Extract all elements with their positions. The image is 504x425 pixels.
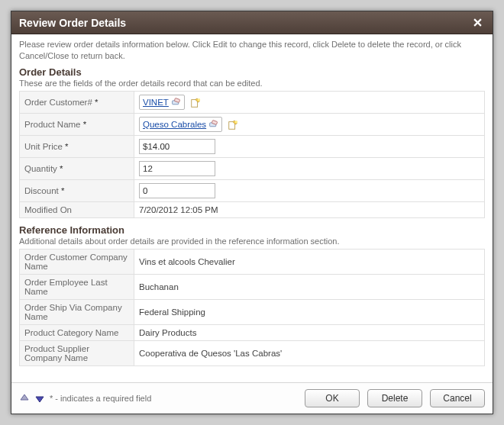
required-star: * bbox=[65, 142, 68, 151]
required-star: * bbox=[95, 98, 98, 107]
close-icon[interactable] bbox=[470, 16, 485, 29]
order-details-table: Order Customer# * VINET bbox=[19, 91, 485, 218]
section-order-details-desc: These are the fields of the order detail… bbox=[19, 79, 485, 88]
svg-point-7 bbox=[235, 121, 238, 124]
row-order-customer: Order Customer# * VINET bbox=[20, 91, 485, 113]
label-modified-on: Modified On bbox=[20, 201, 134, 217]
label-cust-company: Order Customer Company Name bbox=[20, 249, 134, 274]
row-unit-price: Unit Price * bbox=[20, 135, 485, 157]
label-prod-cat: Product Category Name bbox=[20, 324, 134, 340]
next-record-icon[interactable] bbox=[34, 393, 45, 404]
product-name-link[interactable]: Queso Cabrales bbox=[143, 120, 206, 129]
value-cust-company: Vins et alcools Chevalier bbox=[139, 256, 235, 268]
order-customer-link[interactable]: VINET bbox=[143, 98, 169, 107]
label-discount: Discount * bbox=[20, 179, 134, 201]
label-supplier: Product Supplier Company Name bbox=[20, 340, 134, 365]
dialog-backdrop: Review Order Details Please review order… bbox=[0, 0, 504, 425]
product-name-lookup[interactable]: Queso Cabrales bbox=[139, 117, 222, 132]
dialog-body: Please review order details information … bbox=[11, 34, 493, 382]
dialog-footer: * - indicates a required field OK Delete… bbox=[11, 382, 493, 414]
unit-price-input[interactable] bbox=[139, 139, 215, 154]
value-supplier: Cooperativa de Quesos 'Las Cabras' bbox=[139, 347, 282, 359]
label-unit-price: Unit Price * bbox=[20, 135, 134, 157]
eraser-icon[interactable] bbox=[171, 97, 181, 107]
label-product-name: Product Name * bbox=[20, 113, 134, 135]
value-emp-last: Buchanan bbox=[139, 281, 179, 293]
instructions-text: Please review order details information … bbox=[19, 39, 485, 62]
review-order-dialog: Review Order Details Please review order… bbox=[11, 11, 493, 414]
value-ship-via: Federal Shipping bbox=[139, 306, 205, 318]
dialog-title: Review Order Details bbox=[19, 17, 126, 29]
required-star: * bbox=[61, 186, 64, 195]
required-note: * - indicates a required field bbox=[50, 394, 151, 403]
order-customer-lookup[interactable]: VINET bbox=[139, 95, 185, 110]
dialog-titlebar: Review Order Details bbox=[11, 11, 493, 34]
row-ship-via: Order Ship Via Company Name Federal Ship… bbox=[20, 299, 485, 324]
label-order-customer: Order Customer# * bbox=[20, 91, 134, 113]
section-reference-desc: Additional details about order details a… bbox=[19, 237, 485, 246]
discount-input[interactable] bbox=[139, 183, 215, 198]
value-prod-cat: Dairy Products bbox=[139, 327, 196, 339]
row-product-name: Product Name * Queso Cabrales bbox=[20, 113, 485, 135]
row-discount: Discount * bbox=[20, 179, 485, 201]
cancel-button[interactable]: Cancel bbox=[430, 389, 485, 407]
svg-point-3 bbox=[198, 98, 201, 101]
required-star: * bbox=[60, 164, 63, 173]
section-order-details-title: Order Details bbox=[19, 66, 485, 78]
row-modified-on: Modified On 7/20/2012 12:05 PM bbox=[20, 201, 485, 217]
eraser-icon[interactable] bbox=[208, 119, 218, 129]
section-reference-title: Reference Information bbox=[19, 224, 485, 236]
prev-record-icon[interactable] bbox=[19, 393, 30, 404]
modified-on-value: 7/20/2012 12:05 PM bbox=[139, 204, 218, 216]
delete-button[interactable]: Delete bbox=[367, 389, 422, 407]
quantity-input[interactable] bbox=[139, 161, 215, 176]
label-quantity: Quantity * bbox=[20, 157, 134, 179]
row-prod-cat: Product Category Name Dairy Products bbox=[20, 324, 485, 340]
new-record-icon[interactable] bbox=[190, 98, 200, 108]
reference-info-table: Order Customer Company Name Vins et alco… bbox=[19, 249, 485, 366]
row-cust-company: Order Customer Company Name Vins et alco… bbox=[20, 249, 485, 274]
ok-button[interactable]: OK bbox=[305, 389, 360, 407]
row-quantity: Quantity * bbox=[20, 157, 485, 179]
new-record-icon[interactable] bbox=[228, 120, 237, 130]
row-supplier: Product Supplier Company Name Cooperativ… bbox=[20, 340, 485, 365]
label-ship-via: Order Ship Via Company Name bbox=[20, 299, 134, 324]
required-star: * bbox=[83, 120, 86, 129]
label-emp-last: Order Employee Last Name bbox=[20, 274, 134, 299]
row-emp-last: Order Employee Last Name Buchanan bbox=[20, 274, 485, 299]
